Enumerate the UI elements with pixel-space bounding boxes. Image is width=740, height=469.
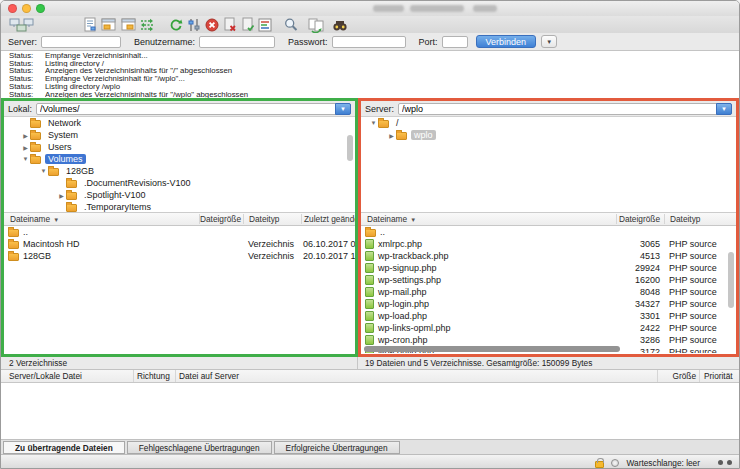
queue-column-file[interactable]: Server/Lokale Datei [1, 370, 133, 382]
server-directory-tree[interactable]: ▼/ ▶wplo [361, 117, 736, 213]
horizontal-scrollbar-thumb[interactable] [364, 346, 620, 352]
collapse-icon[interactable]: ▼ [369, 120, 378, 126]
file-row[interactable]: Macintosh HDVerzeichnis06.10.2017 07: [4, 238, 355, 250]
toggle-local-tree-button[interactable] [100, 16, 118, 33]
port-input[interactable] [442, 36, 468, 48]
file-row[interactable]: wp-settings.php16200PHP source [361, 274, 736, 286]
tab-failed-transfers[interactable]: Fehlgeschlagene Übertragungen [127, 441, 272, 454]
expand-icon[interactable]: ▶ [21, 132, 30, 139]
log-row: Status:Listing directory / [1, 60, 739, 68]
connect-button[interactable]: Verbinden [476, 35, 537, 48]
file-row[interactable]: wp-links-opml.php2422PHP source [361, 322, 736, 334]
collapse-icon[interactable]: ▼ [21, 156, 30, 162]
filter-button[interactable] [256, 16, 274, 33]
server-path-bar: Server: ▼ [361, 101, 736, 117]
file-row[interactable]: wp-cron.php3286PHP source [361, 334, 736, 346]
php-file-icon [365, 335, 374, 345]
lock-icon [595, 461, 604, 468]
local-path-combo[interactable]: ▼ [36, 103, 351, 115]
chevron-down-icon[interactable]: ▼ [335, 103, 351, 115]
status-indicator-icon [727, 460, 732, 465]
queue-list[interactable] [1, 383, 739, 440]
php-file-icon [365, 287, 374, 297]
queue-column-size[interactable]: Größe [657, 370, 699, 382]
server-path-input[interactable] [399, 104, 731, 114]
tree-item[interactable]: ▶.Spotlight-V100 [4, 189, 355, 201]
server-file-list[interactable]: .. xmlrpc.php3065PHP source wp-trackback… [361, 226, 736, 353]
tree-item[interactable]: ▼128GB [4, 165, 355, 177]
connect-dropdown-button[interactable]: ▼ [541, 35, 557, 48]
scrollbar-thumb[interactable] [347, 135, 353, 161]
tab-successful-transfers[interactable]: Erfolgreiche Übertragungen [274, 441, 400, 454]
column-header-size[interactable]: Dateigröße [616, 214, 664, 224]
file-row[interactable]: 128GBVerzeichnis20.10.2017 19: [4, 250, 355, 262]
server-path-combo[interactable]: ▼ [398, 103, 732, 115]
expand-icon[interactable]: ▶ [21, 144, 30, 151]
php-file-icon [365, 299, 374, 309]
expand-icon[interactable]: ▶ [57, 192, 66, 199]
tree-item[interactable]: .DocumentRevisions-V100 [4, 177, 355, 189]
queue-column-remote-file[interactable]: Datei auf Server [175, 370, 657, 382]
column-header-type[interactable]: Dateityp [664, 214, 736, 224]
queue-column-direction[interactable]: Richtung [133, 370, 175, 382]
tree-item[interactable]: ▼/ [361, 117, 736, 129]
queue-column-priority[interactable]: Priorität [699, 370, 739, 382]
server-list-header: Dateiname▼ Dateigröße Dateityp [361, 213, 736, 226]
toggle-transfer-queue-button[interactable] [138, 16, 156, 33]
chevron-down-icon[interactable]: ▼ [716, 103, 732, 115]
column-header-type[interactable]: Dateityp [243, 214, 301, 224]
magnifier-icon [283, 17, 299, 33]
column-header-name[interactable]: Dateiname▼ [361, 214, 616, 224]
titlebar [1, 1, 739, 16]
toggle-message-log-button[interactable] [81, 16, 99, 33]
tree-item[interactable]: ▶Users [4, 141, 355, 153]
expand-icon[interactable]: ▶ [387, 132, 396, 139]
close-window-button[interactable] [8, 4, 17, 13]
local-directory-tree[interactable]: Network ▶System ▶Users ▼Volumes ▼128GB .… [4, 117, 355, 213]
username-input[interactable] [199, 36, 275, 48]
file-row[interactable]: wp-load.php3301PHP source [361, 310, 736, 322]
column-header-modified[interactable]: Zuletzt geändert [301, 214, 355, 224]
folder-icon [396, 132, 407, 140]
local-tree-icon [101, 17, 117, 33]
toggle-queue-processing-button[interactable] [185, 16, 203, 33]
tree-item-selected[interactable]: ▼Volumes [4, 153, 355, 165]
file-row[interactable]: wp-signup.php29924PHP source [361, 262, 736, 274]
local-path-input[interactable] [37, 104, 350, 114]
tree-item[interactable]: ▶System [4, 129, 355, 141]
local-file-list[interactable]: .. Macintosh HDVerzeichnis06.10.2017 07:… [4, 226, 355, 353]
collapse-icon[interactable]: ▼ [39, 168, 48, 174]
file-row[interactable]: wp-trackback.php4513PHP source [361, 250, 736, 262]
tab-queued-files[interactable]: Zu übertragende Dateien [3, 441, 125, 454]
synchronized-browsing-button[interactable] [307, 16, 325, 33]
column-header-name[interactable]: Dateiname▼ [4, 214, 199, 224]
site-manager-icon [9, 17, 35, 33]
directory-comparison-button[interactable] [282, 16, 300, 33]
password-input[interactable] [332, 36, 406, 48]
cancel-operation-button[interactable] [203, 16, 221, 33]
tree-item[interactable]: .TemporaryItems [4, 201, 355, 213]
zoom-window-button[interactable] [36, 4, 45, 13]
password-label: Passwort: [288, 37, 328, 47]
local-status-text: 2 Verzeichnisse [1, 357, 358, 369]
toggle-remote-tree-button[interactable] [119, 16, 137, 33]
file-row[interactable]: .. [4, 226, 355, 238]
folder-icon [30, 144, 41, 152]
find-files-button[interactable] [331, 16, 349, 33]
file-row[interactable]: wp-login.php34327PHP source [361, 298, 736, 310]
site-manager-button[interactable] [7, 16, 37, 33]
server-input[interactable] [41, 36, 121, 48]
log-row: Status:Listing directory /wplo [1, 83, 739, 91]
disconnect-button[interactable] [221, 16, 239, 33]
message-log[interactable]: Status:Empfange Verzeichnisinhalt... Sta… [1, 51, 739, 98]
file-row[interactable]: .. [361, 226, 736, 238]
refresh-button[interactable] [167, 16, 185, 33]
scrollbar-thumb[interactable] [728, 252, 734, 308]
minimize-window-button[interactable] [22, 4, 31, 13]
tree-item[interactable]: Network [4, 117, 355, 129]
reconnect-button[interactable] [239, 16, 257, 33]
column-header-size[interactable]: Dateigröße [199, 214, 243, 224]
file-row[interactable]: wp-mail.php8048PHP source [361, 286, 736, 298]
tree-item-selected[interactable]: ▶wplo [361, 129, 736, 141]
file-row[interactable]: xmlrpc.php3065PHP source [361, 238, 736, 250]
